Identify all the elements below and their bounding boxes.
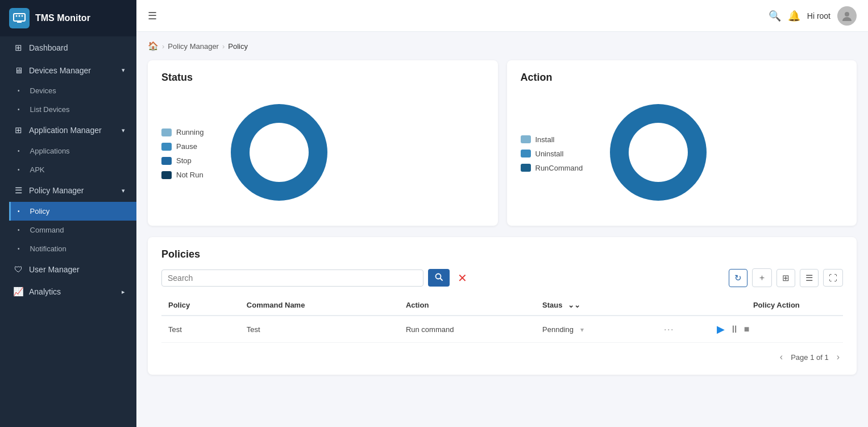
grid-view-button[interactable]: ⊞ bbox=[776, 269, 795, 287]
sidebar-item-application-manager[interactable]: ⊞ Application Manager ▾ bbox=[0, 119, 136, 142]
legend-not-run-label: Not Run bbox=[176, 171, 203, 179]
status-chart-card: Status Running Pause Stop bbox=[148, 60, 498, 226]
avatar[interactable] bbox=[837, 6, 857, 26]
charts-row: Status Running Pause Stop bbox=[148, 60, 857, 226]
sidebar-item-devices-manager-label: Devices Manager bbox=[29, 66, 91, 75]
action-chart-card: Action Install Uninstall Run bbox=[507, 60, 857, 226]
sidebar-item-list-devices[interactable]: List Devices bbox=[9, 100, 136, 119]
status-row-chevron[interactable]: ▾ bbox=[580, 326, 584, 334]
sidebar-item-dashboard[interactable]: ⊞ Dashboard bbox=[0, 36, 136, 59]
policies-toolbar: ✕ ↻ ＋ ⊞ ☰ ⛶ bbox=[161, 268, 843, 287]
legend-running-label: Running bbox=[176, 128, 203, 136]
breadcrumb-sep-2: › bbox=[222, 42, 225, 51]
breadcrumb-policy-manager[interactable]: Policy Manager bbox=[168, 42, 219, 51]
legend-runcommand: RunCommand bbox=[521, 164, 583, 172]
sidebar-item-notification[interactable]: Notification bbox=[9, 239, 136, 258]
refresh-button[interactable]: ↻ bbox=[729, 269, 747, 287]
legend-dot-install bbox=[521, 135, 531, 143]
pause-button[interactable]: ⏸ bbox=[729, 324, 740, 335]
action-legend: Install Uninstall RunCommand bbox=[521, 135, 583, 172]
sidebar-item-user-manager-label: User Manager bbox=[29, 265, 80, 274]
sidebar: TMS Monitor ⊞ Dashboard 🖥 Devices Manage… bbox=[0, 0, 136, 427]
legend-dot-runcommand bbox=[521, 164, 531, 172]
legend-dot-stop bbox=[161, 157, 172, 165]
policy-table: Policy Command Name Action Staus ⌄⌄ Poli… bbox=[161, 295, 843, 343]
legend-dot-running bbox=[161, 128, 172, 136]
cell-policy[interactable]: Test bbox=[161, 316, 240, 343]
legend-not-run: Not Run bbox=[161, 171, 203, 179]
pagination: ‹ Page 1 of 1 › bbox=[161, 351, 843, 363]
svg-point-4 bbox=[19, 15, 20, 17]
app-logo bbox=[9, 8, 30, 28]
sidebar-item-dashboard-label: Dashboard bbox=[29, 43, 68, 52]
legend-install-label: Install bbox=[535, 135, 555, 144]
sidebar-item-apk[interactable]: APK bbox=[9, 160, 136, 179]
chevron-down-icon: ▾ bbox=[122, 67, 125, 74]
legend-dot-pause bbox=[161, 143, 172, 151]
cell-dots: ··· bbox=[657, 316, 710, 343]
user-manager-icon: 🛡 bbox=[13, 264, 23, 274]
legend-pause-label: Pause bbox=[176, 142, 197, 151]
sidebar-item-list-devices-label: List Devices bbox=[30, 105, 70, 114]
dashboard-icon: ⊞ bbox=[13, 43, 23, 53]
devices-submenu: Devices List Devices bbox=[0, 81, 136, 119]
stop-button[interactable]: ■ bbox=[744, 324, 750, 334]
status-chart-content: Running Pause Stop Not Run bbox=[161, 93, 484, 214]
topbar: ☰ 🔍 🔔 Hi root bbox=[136, 0, 868, 32]
add-button[interactable]: ＋ bbox=[752, 268, 772, 287]
legend-stop: Stop bbox=[161, 156, 203, 165]
svg-line-12 bbox=[440, 279, 442, 281]
prev-page-button[interactable]: ‹ bbox=[776, 351, 786, 363]
next-page-button[interactable]: › bbox=[833, 351, 843, 363]
action-chart-content: Install Uninstall RunCommand bbox=[521, 93, 844, 214]
bell-icon[interactable]: 🔔 bbox=[788, 10, 800, 22]
topbar-greeting: Hi root bbox=[807, 11, 830, 20]
search-icon[interactable]: 🔍 bbox=[769, 10, 781, 22]
cell-action: Run command bbox=[399, 316, 535, 343]
sidebar-item-command[interactable]: Command bbox=[9, 221, 136, 239]
sidebar-item-devices[interactable]: Devices bbox=[9, 81, 136, 100]
col-empty bbox=[657, 295, 710, 316]
sidebar-item-user-manager[interactable]: 🛡 User Manager bbox=[0, 258, 136, 280]
svg-point-6 bbox=[845, 12, 849, 16]
sidebar-item-devices-manager[interactable]: 🖥 Devices Manager ▾ bbox=[0, 59, 136, 81]
col-command-name: Command Name bbox=[240, 295, 399, 316]
hamburger-icon[interactable]: ☰ bbox=[148, 10, 157, 22]
col-policy: Policy bbox=[161, 295, 240, 316]
sidebar-item-command-label: Command bbox=[30, 226, 64, 234]
sidebar-item-application-manager-label: Application Manager bbox=[29, 126, 102, 135]
list-view-button[interactable]: ☰ bbox=[800, 269, 819, 287]
sidebar-item-applications[interactable]: Applications bbox=[9, 142, 136, 160]
policies-title: Policies bbox=[161, 248, 843, 260]
status-sort-icon[interactable]: ⌄⌄ bbox=[568, 301, 580, 309]
policy-action-buttons: ▶ ⏸ ■ bbox=[717, 323, 836, 335]
legend-pause: Pause bbox=[161, 142, 203, 151]
fullscreen-button[interactable]: ⛶ bbox=[823, 269, 843, 287]
action-chart-title: Action bbox=[521, 72, 844, 84]
svg-point-10 bbox=[629, 123, 688, 182]
sidebar-item-policy[interactable]: Policy bbox=[9, 202, 136, 221]
play-button[interactable]: ▶ bbox=[717, 323, 725, 335]
status-chart-title: Status bbox=[161, 72, 484, 84]
search-button[interactable] bbox=[428, 269, 450, 287]
search-box bbox=[161, 270, 423, 287]
search-input[interactable] bbox=[168, 273, 417, 283]
application-submenu: Applications APK bbox=[0, 142, 136, 179]
legend-uninstall: Uninstall bbox=[521, 150, 583, 158]
sidebar-item-analytics-label: Analytics bbox=[29, 287, 61, 296]
svg-point-8 bbox=[250, 123, 309, 182]
application-manager-icon: ⊞ bbox=[13, 125, 23, 135]
chevron-down-icon-2: ▾ bbox=[122, 127, 125, 134]
page-content: 🏠 › Policy Manager › Policy Status Runni… bbox=[136, 32, 868, 427]
app-title: TMS Monitor bbox=[35, 13, 90, 23]
col-policy-action: Policy Action bbox=[710, 295, 843, 316]
home-icon[interactable]: 🏠 bbox=[148, 41, 159, 51]
sidebar-item-notification-label: Notification bbox=[30, 244, 67, 253]
legend-runcommand-label: RunCommand bbox=[535, 164, 583, 172]
sidebar-item-policy-manager[interactable]: ☰ Policy Manager ▾ bbox=[0, 179, 136, 202]
sidebar-item-analytics[interactable]: 📈 Analytics ▸ bbox=[0, 280, 136, 303]
clear-button[interactable]: ✕ bbox=[454, 269, 471, 287]
more-options-button[interactable]: ··· bbox=[664, 324, 674, 335]
svg-point-3 bbox=[16, 15, 18, 17]
breadcrumb-policy: Policy bbox=[228, 42, 248, 51]
